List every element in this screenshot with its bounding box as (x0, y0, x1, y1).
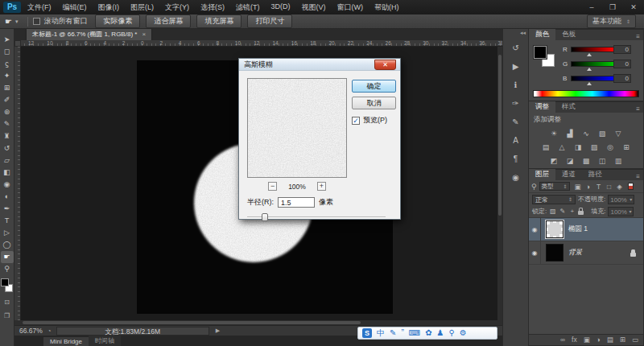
tab-paths[interactable]: 路径 (582, 169, 609, 180)
delete-layer-icon[interactable]: ▭ (632, 335, 638, 345)
layer-group-icon[interactable]: ▤ (607, 335, 613, 345)
visibility-eye-icon[interactable]: ◉ (529, 218, 541, 241)
screen-mode-button[interactable]: ❐ (1, 311, 14, 322)
zoom-level-field[interactable]: 66.67% (19, 327, 43, 335)
tab-channels[interactable]: 通道 (555, 169, 582, 180)
layer-thumbnail[interactable] (546, 244, 564, 262)
foreground-color-swatch[interactable] (1, 278, 9, 286)
filter-pixel-icon[interactable]: ▣ (574, 183, 582, 191)
ime-account-icon[interactable]: ♟ (437, 327, 444, 339)
preview-checkbox[interactable]: ✓ (352, 117, 360, 125)
lasso-tool[interactable]: ϛ (1, 58, 14, 70)
dialog-close-button[interactable]: ✕ (374, 60, 396, 70)
fill-field[interactable]: 100% ▾ (608, 207, 634, 216)
new-layer-icon[interactable]: ⊞ (620, 335, 625, 345)
layer-mask-icon[interactable]: ▣ (584, 335, 590, 345)
clone-stamp-tool[interactable]: ♜ (1, 130, 14, 142)
filter-type-icon[interactable]: T (595, 183, 603, 191)
green-value-field[interactable]: 0 (613, 60, 631, 68)
filter-adjustment-icon[interactable]: ◑ (584, 183, 592, 191)
menu-file[interactable]: 文件(F) (27, 2, 52, 13)
adjustment-layer-icon[interactable]: ◑ (597, 335, 601, 345)
color-swatch-pair[interactable] (534, 46, 558, 70)
ime-logo-icon[interactable]: S (362, 328, 372, 338)
tab-timeline[interactable]: 时间轴 (89, 336, 121, 346)
close-button[interactable]: ✕ (623, 2, 644, 13)
info-panel-icon[interactable]: ℹ (506, 76, 526, 94)
tab-adjustments[interactable]: 调整 (529, 101, 555, 113)
color-spectrum-ramp[interactable] (533, 90, 639, 97)
blue-value-field[interactable]: 0 (613, 74, 631, 83)
link-layers-icon[interactable]: ∞ (560, 335, 565, 345)
slider-thumb-icon[interactable] (587, 82, 592, 85)
ruler-origin-box[interactable] (14, 40, 21, 47)
brush-panel-icon[interactable]: ✎ (506, 113, 526, 131)
blur-preview-box[interactable] (247, 78, 347, 178)
blend-mode-select[interactable]: 正常 ⇕ (532, 195, 576, 204)
document-tab[interactable]: 未标题-1 @ 66.7% (椭圆 1, RGB/8) * × (26, 27, 152, 40)
dodge-tool[interactable]: ◐ (1, 191, 14, 203)
panel-menu-icon[interactable]: ≡ (633, 33, 643, 40)
type-tool[interactable]: T (1, 215, 14, 227)
adobe-drive-icon[interactable]: ◔ (47, 327, 52, 335)
layer-style-icon[interactable]: fx (572, 335, 577, 345)
lock-all-icon[interactable] (578, 211, 584, 215)
scrollbar-thumb[interactable] (23, 321, 361, 324)
status-flyout-icon[interactable]: ▶ (216, 327, 220, 334)
menu-3d[interactable]: 3D(D) (271, 2, 291, 13)
radius-slider[interactable] (247, 213, 386, 221)
adjustment-icon[interactable]: △ (557, 142, 568, 152)
filter-smart-icon[interactable]: ◈ (616, 183, 624, 191)
ime-search-icon[interactable]: ⚲ (449, 327, 455, 339)
paragraph-panel-icon[interactable]: ¶ (506, 150, 526, 168)
tab-close-icon[interactable]: × (142, 31, 146, 38)
adjustment-icon[interactable]: ▨ (589, 142, 600, 152)
character-panel-icon[interactable]: A (506, 131, 526, 150)
menu-edit[interactable]: 编辑(E) (63, 2, 87, 13)
slider-thumb-icon[interactable] (587, 68, 592, 71)
layer-row-ellipse-1[interactable]: ◉ 椭圆 1 (529, 218, 643, 241)
green-slider[interactable] (571, 61, 614, 67)
actual-pixels-button[interactable]: 实际像素 (95, 14, 140, 28)
quick-mask-button[interactable]: ⊡ (1, 297, 14, 308)
history-brush-tool[interactable]: ↺ (1, 142, 14, 154)
move-tool[interactable]: ➤ (1, 34, 14, 46)
tool-presets-panel-icon[interactable]: ✑ (506, 94, 526, 113)
history-panel-icon[interactable]: ↺ (506, 39, 526, 57)
tab-color[interactable]: 颜色 (529, 29, 555, 40)
cancel-button[interactable]: 取消 (352, 97, 396, 109)
tab-swatches[interactable]: 色板 (555, 29, 582, 40)
minimize-button[interactable]: – (581, 2, 602, 13)
healing-brush-tool[interactable]: ⊛ (1, 106, 14, 118)
panel-menu-icon[interactable]: ≡ (633, 173, 643, 180)
eyedropper-tool[interactable]: ✐ (1, 94, 14, 106)
menu-help[interactable]: 帮助(H) (374, 2, 399, 13)
fit-screen-button[interactable]: 适合屏幕 (146, 14, 191, 28)
zoom-in-button[interactable]: + (317, 182, 326, 191)
brush-tool[interactable]: ✎ (1, 118, 14, 130)
crop-tool[interactable]: ⊞ (1, 82, 14, 94)
ime-mode-chinese-icon[interactable]: 中 (377, 327, 385, 339)
zoom-out-button[interactable]: − (268, 182, 277, 191)
ime-softkeyboard-icon[interactable]: ⌨ (409, 327, 420, 339)
ok-button[interactable]: 确定 (352, 80, 396, 93)
adjustment-icon[interactable]: ◎ (605, 142, 616, 152)
tab-mini-bridge[interactable]: Mini Bridge (43, 337, 89, 346)
shape-tool[interactable]: ◯ (1, 239, 14, 251)
foreground-color-swatch[interactable] (534, 46, 547, 59)
path-selection-tool[interactable]: ▷ (1, 227, 14, 239)
menu-window[interactable]: 窗口(W) (337, 2, 364, 13)
scrollbar-thumb[interactable] (498, 55, 502, 216)
menu-layer[interactable]: 图层(L) (130, 2, 154, 13)
adjustment-icon[interactable]: ◫ (597, 156, 608, 166)
menu-filter[interactable]: 滤镜(T) (236, 2, 260, 13)
opacity-field[interactable]: 100% ▾ (608, 195, 634, 204)
menu-type[interactable]: 文字(Y) (165, 2, 189, 13)
adjustment-icon[interactable]: ◪ (565, 156, 576, 166)
slider-thumb-icon[interactable] (587, 53, 592, 56)
workspace-switcher[interactable]: 基本功能 ⇕ (587, 14, 636, 28)
gradient-tool[interactable]: ◧ (1, 167, 14, 179)
menu-select[interactable]: 选择(S) (200, 2, 225, 13)
scroll-all-windows-checkbox[interactable] (33, 18, 40, 25)
lock-image-icon[interactable]: ✎ (559, 208, 566, 215)
